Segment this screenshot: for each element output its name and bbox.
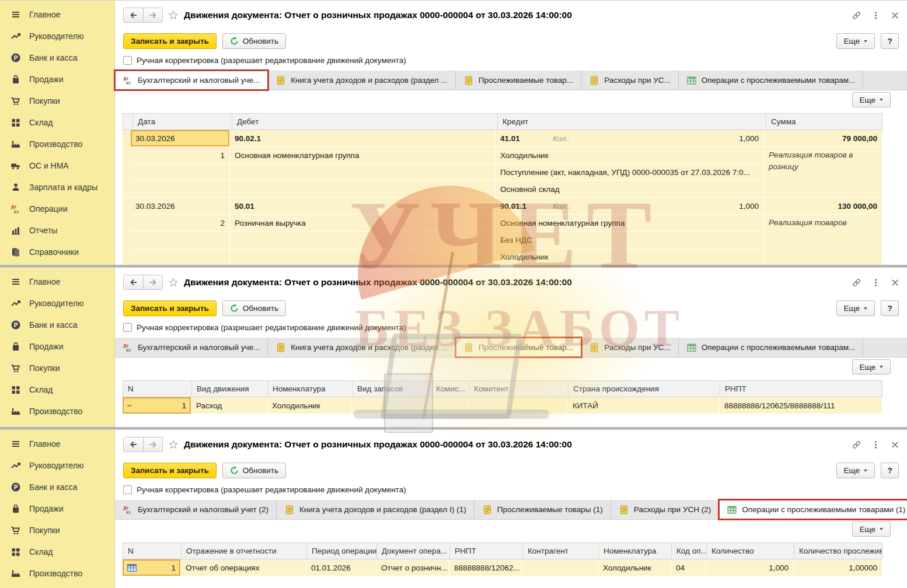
header-rnpt[interactable]: РНПТ xyxy=(450,543,523,559)
header-debit[interactable]: Дебет xyxy=(232,114,498,130)
more-button[interactable]: Еще xyxy=(836,463,875,478)
header-n[interactable]: N xyxy=(123,543,182,559)
sidebar-item-os-nma[interactable]: ОС и НМА xyxy=(0,584,114,588)
row-number-cell[interactable]: −1 xyxy=(123,397,191,414)
sidebar-item-os-nma[interactable]: ОС и НМА xyxy=(0,422,114,427)
date-cell[interactable]: 30.03.2026 xyxy=(131,198,230,215)
help-button[interactable]: ? xyxy=(881,300,899,316)
debit-account[interactable]: 90.02.1 xyxy=(230,130,496,147)
tab-accounting[interactable]: Бухгалтерский и налоговый учет (2) xyxy=(115,500,277,519)
back-button[interactable] xyxy=(124,438,143,452)
sidebar-item-sklad[interactable]: Склад xyxy=(0,111,114,133)
tab-usn-expenses[interactable]: Расходы при УС... xyxy=(581,71,679,90)
table-row[interactable]: 1 Отчет об операциях 01.01.2026 Отчет о … xyxy=(123,559,882,576)
sidebar-item-pokupki[interactable]: Покупки xyxy=(0,357,114,379)
favorite-star-icon[interactable] xyxy=(168,10,179,20)
more-button[interactable]: Еще xyxy=(836,300,875,316)
header-country[interactable]: Страна происхождения xyxy=(568,381,720,397)
sidebar-item-glavnoe[interactable]: Главное xyxy=(0,4,114,25)
kebab-menu-icon[interactable] xyxy=(871,10,881,20)
sidebar-item-pokupki[interactable]: Покупки xyxy=(0,90,114,111)
back-button[interactable] xyxy=(124,8,143,22)
refresh-button[interactable]: Обновить xyxy=(222,300,286,316)
header-date[interactable]: Дата xyxy=(133,114,232,130)
sidebar-item-operacii[interactable]: Операции xyxy=(0,198,114,219)
tab-traceable-goods[interactable]: Прослеживаемые товар... xyxy=(456,338,581,357)
link-icon[interactable] xyxy=(852,10,861,20)
table-more-button[interactable]: Еще xyxy=(852,359,891,374)
sidebar-item-rukovoditelyu[interactable]: Руководителю xyxy=(0,454,114,476)
sidebar-item-pokupki[interactable]: Покупки xyxy=(0,519,114,541)
favorite-star-icon[interactable] xyxy=(168,439,179,450)
link-icon[interactable] xyxy=(852,440,861,450)
header-traced-qty[interactable]: Количество прослежива xyxy=(794,543,882,559)
header-nomenclature[interactable]: Номенклатура xyxy=(268,381,353,397)
close-icon[interactable] xyxy=(890,278,900,288)
table-row[interactable]: 30.03.2026 2 50.01 Розничная выручка 90.… xyxy=(123,198,882,265)
save-close-button[interactable]: Записать и закрыть xyxy=(123,33,217,49)
refresh-button[interactable]: Обновить xyxy=(222,463,286,478)
header-movement[interactable]: Вид движения xyxy=(192,381,268,397)
tab-usn-expenses[interactable]: Расходы при УСН (2) xyxy=(611,500,719,519)
forward-button[interactable] xyxy=(143,438,162,452)
tab-traceable-operations[interactable]: Операции с прослеживаемыми товарам... xyxy=(679,338,864,357)
tab-traceable-goods[interactable]: Прослеживаемые товар... xyxy=(456,71,581,90)
forward-button[interactable] xyxy=(143,275,162,289)
tab-traceable-operations[interactable]: Операции с прослеживаемыми товарам... xyxy=(679,71,864,90)
sidebar-item-os-nma[interactable]: ОС и НМА xyxy=(0,155,114,176)
sidebar-item-spravochniki[interactable]: Справочники xyxy=(0,241,114,262)
header-nomenclature[interactable]: Номенклатура xyxy=(599,543,672,559)
header-credit[interactable]: Кредит xyxy=(498,114,766,130)
debit-account[interactable]: 50.01 xyxy=(230,198,496,215)
close-icon[interactable] xyxy=(890,440,900,450)
credit-account[interactable]: 41.01 xyxy=(500,130,553,147)
save-close-button[interactable]: Записать и закрыть xyxy=(123,463,217,478)
row-number-cell[interactable]: 1 xyxy=(123,559,181,576)
tab-accounting[interactable]: Бухгалтерский и налоговый уче... xyxy=(115,338,268,357)
tab-income-expense-book[interactable]: Книга учета доходов и расходов (раздел .… xyxy=(268,71,455,90)
save-close-button[interactable]: Записать и закрыть xyxy=(123,300,217,316)
refresh-button[interactable]: Обновить xyxy=(222,33,286,49)
table-row[interactable]: −1 Расход Холодильник КИТАЙ 88888888/120… xyxy=(123,397,882,414)
table-more-button[interactable]: Еще xyxy=(852,522,891,537)
close-icon[interactable] xyxy=(890,10,900,20)
sidebar-item-prodazhi[interactable]: Продажи xyxy=(0,498,114,519)
sidebar-item-sklad[interactable]: Склад xyxy=(0,541,114,562)
link-icon[interactable] xyxy=(852,278,861,288)
header-period[interactable]: Период операции xyxy=(307,543,377,559)
sidebar-item-glavnoe[interactable]: Главное xyxy=(0,271,114,292)
credit-account[interactable]: 90.01.1 xyxy=(500,198,553,215)
sidebar-item-bank-kassa[interactable]: Банк и касса xyxy=(0,47,114,68)
header-qty[interactable]: Количество xyxy=(707,543,794,559)
manual-adjustment-checkbox[interactable] xyxy=(123,323,132,332)
header-comitent[interactable]: Комитент xyxy=(469,381,568,397)
tab-usn-expenses[interactable]: Расходы при УС... xyxy=(581,338,679,357)
header-contractor[interactable]: Контрагент xyxy=(523,543,599,559)
sidebar-item-prodazhi[interactable]: Продажи xyxy=(0,335,114,357)
header-rnpt[interactable]: РНПТ xyxy=(720,381,882,397)
tab-traceable-operations[interactable]: Операции с прослеживаемыми товарами (1) xyxy=(719,500,907,519)
back-button[interactable] xyxy=(124,275,143,289)
tab-income-expense-book[interactable]: Книга учета доходов и расходов (раздел .… xyxy=(268,338,455,357)
sidebar-item-glavnoe[interactable]: Главное xyxy=(0,433,114,454)
sidebar-item-bank-kassa[interactable]: Банк и касса xyxy=(0,476,114,498)
header-reflection[interactable]: Отражение в отчетности xyxy=(182,543,307,559)
sidebar-item-zarplata[interactable]: Зарплата и кадры xyxy=(0,176,114,198)
header-stock-type[interactable]: Вид запасов xyxy=(353,381,431,397)
sidebar-item-sklad[interactable]: Склад xyxy=(0,379,114,400)
header-n[interactable]: N xyxy=(123,381,192,397)
tab-income-expense-book[interactable]: Книга учета доходов и расходов (раздел I… xyxy=(277,500,475,519)
header-sum[interactable]: Сумма xyxy=(766,114,882,130)
favorite-star-icon[interactable] xyxy=(168,277,179,288)
manual-adjustment-checkbox[interactable] xyxy=(123,485,132,494)
sidebar-item-proizvodstvo[interactable]: Производство xyxy=(0,400,114,422)
header-commission[interactable]: Комис... xyxy=(431,381,469,397)
date-cell[interactable]: 30.03.2026 xyxy=(131,130,230,147)
tab-traceable-goods[interactable]: Прослеживаемые товары (1) xyxy=(475,500,611,519)
kebab-menu-icon[interactable] xyxy=(871,278,881,288)
help-button[interactable]: ? xyxy=(881,33,899,49)
header-op-code[interactable]: Код оп... xyxy=(672,543,707,559)
sidebar-item-bank-kassa[interactable]: Банк и касса xyxy=(0,314,114,335)
forward-button[interactable] xyxy=(143,8,162,22)
header-document[interactable]: Документ опера... xyxy=(377,543,450,559)
